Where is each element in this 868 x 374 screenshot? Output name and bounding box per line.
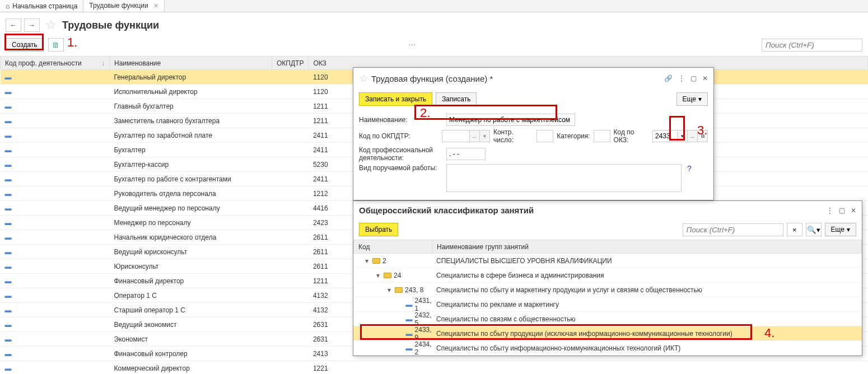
toolbar: Создать 🗎 ⋯ bbox=[0, 38, 868, 56]
name-field[interactable] bbox=[446, 114, 575, 126]
tab-home-label: Начальная страница bbox=[12, 2, 77, 10]
table-row[interactable]: ▬Коммерческий директор1221 bbox=[1, 361, 868, 375]
classifier-more[interactable]: Еще ▾ bbox=[825, 223, 856, 236]
more-icon[interactable]: ⋮ bbox=[827, 207, 833, 214]
cls-col-code[interactable]: Код bbox=[354, 240, 432, 254]
cls-col-name[interactable]: Наименование групп занятий bbox=[432, 240, 862, 254]
more-icon[interactable]: ⋮ bbox=[678, 74, 685, 82]
tree-row[interactable]: ▬2431, 1Специалисты по рекламе и маркети… bbox=[353, 297, 862, 312]
page-title: Трудовые функции bbox=[62, 20, 159, 31]
okpdtr-field[interactable] bbox=[442, 130, 470, 142]
star-icon[interactable]: ☆ bbox=[45, 18, 57, 32]
restore-icon[interactable]: ▢ bbox=[839, 207, 845, 214]
classifier-find[interactable]: 🔍▾ bbox=[806, 223, 822, 236]
copy-button[interactable]: 🗎 bbox=[48, 38, 64, 52]
name-label: Наименование: bbox=[359, 116, 443, 124]
more-button[interactable]: Еще ▾ bbox=[676, 92, 708, 106]
forward-button[interactable]: → bbox=[24, 18, 40, 32]
tab-functions-label: Трудовые функции bbox=[89, 2, 148, 10]
tree-row[interactable]: ▬2432, 5Специалисты по связям с обществе… bbox=[353, 312, 862, 326]
okpdtr-clear[interactable]: × bbox=[480, 130, 490, 142]
work-field[interactable] bbox=[446, 164, 682, 192]
tree-row[interactable]: ▾24Специалисты в сфере бизнеса и админис… bbox=[353, 268, 862, 283]
okz-pick[interactable]: ... bbox=[688, 130, 698, 142]
create-dialog: ☆ Трудовая функция (создание) * 🔗 ⋮ ▢ ✕ … bbox=[353, 67, 714, 200]
col-okpdtr[interactable]: ОКПДТР bbox=[272, 57, 309, 70]
category-label: Категория: bbox=[557, 132, 590, 140]
tree-row[interactable]: ▬2433, 9Специалисты по сбыту продукции (… bbox=[353, 326, 862, 341]
create-button[interactable]: Создать bbox=[6, 38, 44, 52]
tab-functions[interactable]: Трудовые функции ✕ bbox=[83, 0, 164, 12]
restore-icon[interactable]: ▢ bbox=[690, 74, 697, 82]
more-icon[interactable]: ⋯ bbox=[409, 41, 417, 49]
folder-icon bbox=[395, 287, 403, 293]
classifier-clear[interactable]: × bbox=[787, 223, 802, 236]
close-icon[interactable]: ✕ bbox=[702, 74, 708, 82]
search-input[interactable] bbox=[762, 39, 862, 52]
select-button[interactable]: Выбрать bbox=[359, 223, 398, 236]
header: ← → ☆ Трудовые функции bbox=[0, 12, 868, 38]
okz-dropdown[interactable]: ▾ bbox=[678, 130, 688, 142]
okpdtr-label: Код по ОКПДТР: bbox=[359, 132, 438, 140]
classifier-dialog: Общероссийский классификатор занятий ⋮ ▢… bbox=[353, 200, 862, 356]
classifier-title: Общероссийский классификатор занятий bbox=[359, 205, 823, 215]
home-icon: ⌂ bbox=[6, 2, 10, 10]
okz-open[interactable]: ⧉ bbox=[698, 130, 708, 142]
check-label: Контр. число: bbox=[493, 128, 533, 144]
help-icon[interactable]: ? bbox=[687, 164, 692, 173]
save-button[interactable]: Записать bbox=[436, 92, 477, 106]
tree-row[interactable]: ▾2СПЕЦИАЛИСТЫ ВЫСШЕГО УРОВНЯ КВАЛИФИКАЦИ… bbox=[353, 254, 862, 268]
tab-home[interactable]: ⌂ Начальная страница bbox=[0, 0, 83, 12]
prof-label: Код профессиональной деятельности: bbox=[359, 146, 443, 162]
prof-field[interactable] bbox=[446, 148, 486, 160]
okz-field[interactable] bbox=[652, 130, 678, 142]
close-icon[interactable]: ✕ bbox=[153, 2, 158, 10]
tab-bar: ⌂ Начальная страница Трудовые функции ✕ bbox=[0, 0, 868, 12]
work-label: Вид поручаемой работы: bbox=[359, 164, 443, 172]
dialog-title: Трудовая функция (создание) * bbox=[371, 74, 661, 83]
classifier-search[interactable] bbox=[683, 223, 783, 236]
check-field[interactable] bbox=[536, 130, 553, 142]
col-name[interactable]: Наименование bbox=[110, 57, 272, 70]
col-code[interactable]: Код проф. деятельности↓ bbox=[1, 57, 110, 70]
close-icon[interactable]: ✕ bbox=[851, 207, 856, 214]
back-button[interactable]: ← bbox=[6, 18, 21, 32]
category-field[interactable] bbox=[594, 130, 610, 142]
tree-row[interactable]: ▬2434, 2Специалисты по сбыту информацион… bbox=[353, 341, 862, 356]
link-icon[interactable]: 🔗 bbox=[664, 74, 673, 82]
tree-row[interactable]: ▾243, 8Специалисты по сбыту и маркетингу… bbox=[353, 283, 862, 297]
okpdtr-pick[interactable]: ... bbox=[470, 130, 480, 142]
dialog-star-icon[interactable]: ☆ bbox=[359, 72, 368, 85]
folder-icon bbox=[384, 273, 391, 278]
okz-label: Код по ОКЗ: bbox=[614, 128, 649, 144]
folder-icon bbox=[372, 258, 380, 264]
save-close-button[interactable]: Записать и закрыть bbox=[359, 92, 432, 106]
